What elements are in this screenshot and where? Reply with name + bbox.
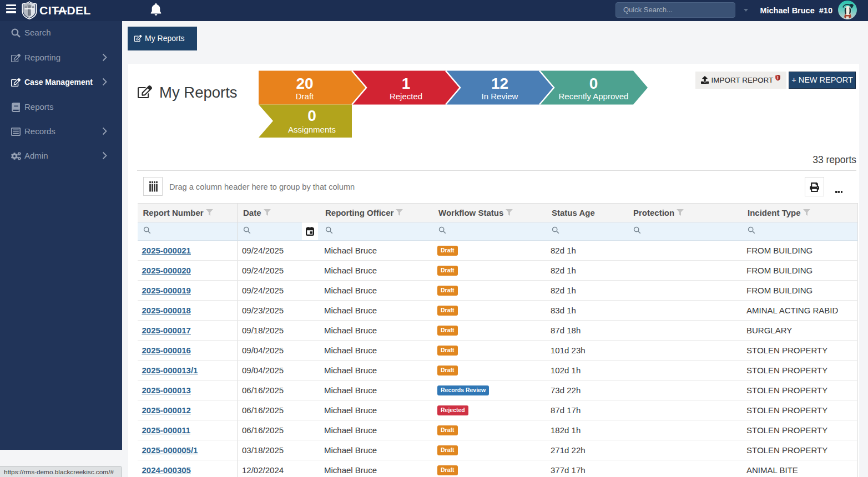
svg-text:In Review: In Review <box>482 92 518 101</box>
svg-text:12: 12 <box>491 75 508 92</box>
svg-text:Draft: Draft <box>296 92 314 101</box>
svg-text:0: 0 <box>307 107 316 124</box>
svg-text:0: 0 <box>589 75 598 92</box>
svg-text:Rejected: Rejected <box>390 92 422 101</box>
svg-text:Recently Approved: Recently Approved <box>559 92 629 101</box>
svg-text:1: 1 <box>402 75 411 92</box>
svg-text:20: 20 <box>296 75 313 92</box>
svg-text:Assignments: Assignments <box>288 125 336 134</box>
